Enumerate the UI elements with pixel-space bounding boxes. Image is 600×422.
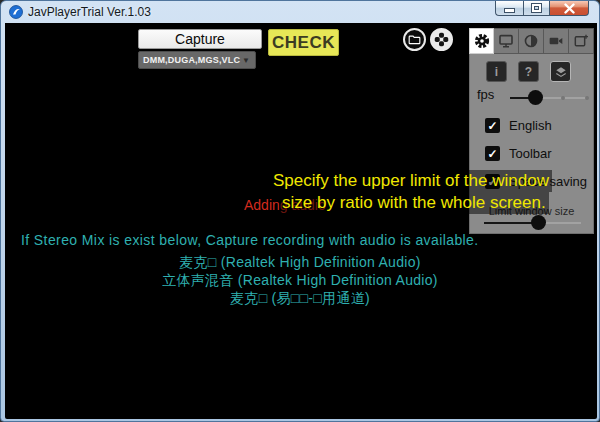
tab-screen-capture-settings[interactable] (569, 28, 594, 54)
maximize-icon (532, 4, 541, 12)
audio-device-item: 麦克□ (易□□-□用通道) (5, 289, 595, 307)
help-button[interactable]: ? (518, 61, 539, 82)
audio-device-item: 立体声混音 (Realtek High Definition Audio) (5, 271, 595, 289)
audio-device-item: 麦克□ (Realtek High Definition Audio) (5, 253, 595, 271)
info-icon: i (495, 65, 498, 79)
help-icon: ? (525, 65, 532, 79)
toolbar-checkbox-row: ✓ Toolbar (485, 146, 552, 161)
audio-device-list: 麦克□ (Realtek High Definition Audio) 立体声混… (5, 253, 595, 307)
capture-button[interactable]: Capture (138, 29, 262, 49)
minimize-button[interactable] (495, 1, 523, 16)
check-icon: ✓ (487, 147, 497, 161)
check-icon: ✓ (487, 119, 497, 133)
info-button[interactable]: i (486, 61, 507, 82)
close-icon (564, 3, 575, 14)
limit-window-size-slider[interactable] (484, 222, 581, 224)
english-checkbox[interactable]: ✓ (485, 118, 500, 133)
fps-tick (585, 96, 589, 100)
monitor-icon (498, 33, 514, 49)
tab-contrast-settings[interactable] (519, 28, 544, 54)
limit-slider-thumb[interactable] (531, 215, 546, 230)
title-bar[interactable]: JavPlayerTrial Ver.1.03 (1, 1, 599, 23)
check-button[interactable]: CHECK (268, 29, 339, 56)
window-title: JavPlayerTrial Ver.1.03 (28, 5, 151, 19)
fps-slider-thumb[interactable] (528, 90, 543, 105)
fps-slider[interactable] (510, 97, 587, 99)
gear-icon (473, 32, 491, 50)
tab-display-settings[interactable] (494, 28, 519, 54)
layers-icon (554, 65, 568, 79)
maximize-button[interactable] (523, 1, 550, 16)
fps-label: fps (477, 87, 494, 102)
english-label: English (509, 118, 552, 133)
video-camera-icon (548, 33, 564, 49)
toolbar-label: Toolbar (509, 146, 552, 161)
source-dropdown-value: DMM,DUGA,MGS,VLC (139, 55, 242, 65)
minimize-icon (505, 9, 514, 12)
tab-recording-settings[interactable] (544, 28, 569, 54)
app-window: JavPlayerTrial Ver.1.03 Capture DMM,DUGA… (0, 0, 600, 422)
open-file-button[interactable] (403, 28, 426, 51)
source-dropdown[interactable]: DMM,DUGA,MGS,VLC ▼ (138, 51, 256, 69)
video-canvas: Capture DMM,DUGA,MGS,VLC ▼ CHECK (5, 23, 597, 419)
tooltip-line-2: size by ratio with the whole screen. (279, 192, 549, 214)
tab-general-settings[interactable] (469, 28, 494, 54)
folder-icon (407, 32, 422, 47)
controller-button[interactable] (430, 28, 453, 51)
contrast-icon (523, 33, 539, 49)
toolbar-checkbox[interactable]: ✓ (485, 146, 500, 161)
layers-button[interactable] (550, 61, 571, 82)
app-icon (9, 5, 23, 19)
gamepad-icon (433, 31, 450, 48)
window-controls (495, 1, 589, 16)
tooltip-line-1: Specify the upper limit of the window (270, 170, 552, 192)
settings-tab-strip (469, 28, 594, 54)
close-button[interactable] (550, 1, 589, 16)
fps-tick (561, 96, 565, 100)
stereo-mix-hint: If Stereo Mix is exist below, Capture re… (21, 232, 479, 248)
screen-capture-icon (573, 33, 589, 49)
english-checkbox-row: ✓ English (485, 118, 552, 133)
chevron-down-icon: ▼ (242, 56, 255, 65)
